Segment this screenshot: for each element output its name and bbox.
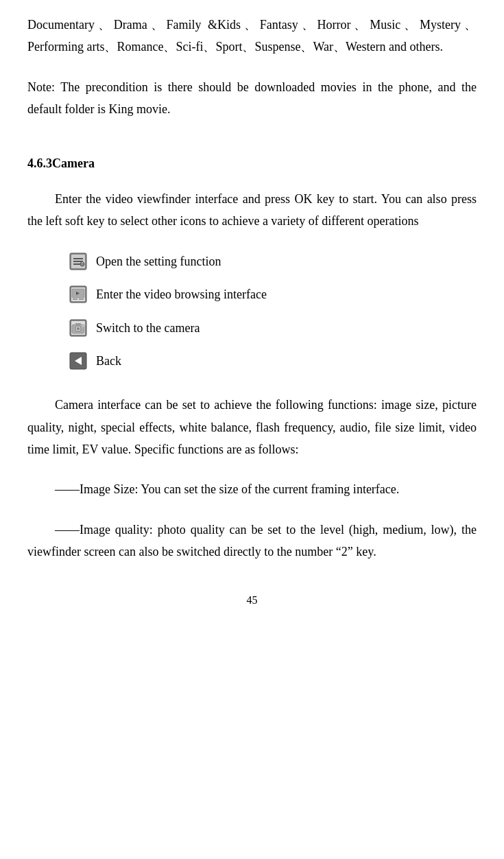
page-content: Documentary、Drama、Family &Kids、Fantasy、H…	[27, 14, 477, 610]
bullet-item-settings: Open the setting function	[69, 250, 477, 272]
paragraph-camera-intro: Enter the video viewfinder interface and…	[27, 188, 477, 233]
paragraph-note: Note: The precondition is there should b…	[27, 76, 477, 121]
section-heading-camera: 4.6.3Camera	[27, 152, 477, 174]
bullet-text-settings: Open the setting function	[96, 250, 221, 272]
paragraph-genres: Documentary、Drama、Family &Kids、Fantasy、H…	[27, 14, 477, 58]
svg-rect-10	[73, 298, 77, 300]
bullet-text-switch-camera: Switch to the camera	[96, 317, 200, 339]
svg-rect-2	[73, 258, 83, 259]
video-browse-icon	[69, 285, 88, 304]
bullet-item-video-browse: Enter the video browsing interface	[69, 283, 477, 305]
svg-rect-16	[75, 323, 81, 325]
bullet-item-back: Back	[69, 350, 477, 372]
bullet-text-video-browse: Enter the video browsing interface	[96, 283, 267, 305]
paragraph-image-size: ——Image Size: You can set the size of th…	[27, 478, 477, 500]
settings-icon	[69, 252, 88, 271]
svg-rect-4	[73, 263, 80, 265]
bullet-text-back: Back	[96, 350, 121, 372]
svg-point-18	[77, 327, 80, 330]
page-number: 45	[27, 591, 477, 611]
svg-rect-11	[79, 298, 84, 300]
paragraph-image-quality: ——Image quality: photo quality can be se…	[27, 519, 477, 563]
camera-icon	[69, 318, 88, 338]
back-icon	[69, 351, 88, 370]
svg-point-19	[82, 325, 84, 327]
bullet-item-switch-camera: Switch to the camera	[69, 317, 477, 339]
paragraph-camera-settings: Camera interface can be set to achieve t…	[27, 394, 477, 460]
